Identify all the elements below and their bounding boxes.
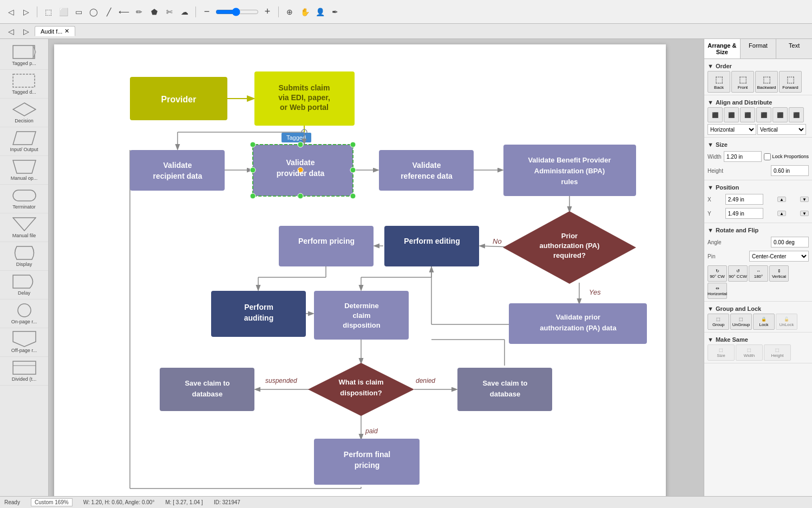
tool-arrow[interactable]: ⟵	[117, 5, 130, 18]
tool-line[interactable]: ╱	[102, 5, 115, 18]
btn-lock[interactable]: 🔒Lock	[753, 314, 775, 330]
section-group-header[interactable]: ▼ Group and Lock	[708, 304, 809, 314]
statusbar: Ready Custom 169% W: 1.20, H: 0.60, Angl…	[0, 496, 812, 508]
btn-ungroup[interactable]: ⬚UnGroup	[730, 314, 752, 330]
tool-shape[interactable]: ⬟	[148, 5, 161, 18]
tab-arrange-size[interactable]: Arrange & Size	[704, 39, 741, 58]
pos-y-down[interactable]: ▼	[800, 211, 809, 216]
right-panel: Arrange & Size Format Text ▼ Order ⬚ Bac…	[704, 39, 812, 496]
nav-tab-audit[interactable]: Audit f... ✕	[35, 26, 75, 36]
size-width-input[interactable]	[724, 151, 762, 162]
status-zoom[interactable]: Custom 169%	[31, 498, 73, 506]
lock-proportions-checkbox[interactable]	[764, 153, 771, 160]
btn-90cw[interactable]: ↻90° CW	[708, 265, 727, 282]
zoom-out[interactable]: −	[200, 5, 213, 18]
shape-tagged-d[interactable]: Tagged d...	[0, 70, 48, 99]
tab-format[interactable]: Format	[741, 39, 777, 58]
btn-align-left[interactable]: ⬛	[708, 107, 723, 122]
shape-on-page[interactable]: On-page r...	[0, 299, 48, 328]
shape-off-page[interactable]: Off-page r...	[0, 328, 48, 357]
position-y-input[interactable]	[725, 208, 763, 219]
user-tool[interactable]: 👤	[313, 5, 326, 18]
btn-back[interactable]: ⬚ Back	[708, 71, 730, 93]
svg-text:Yes: Yes	[589, 288, 601, 296]
panel-tabs: Arrange & Size Format Text	[704, 39, 812, 59]
svg-text:Validate prior: Validate prior	[556, 313, 600, 321]
btn-same-width[interactable]: ⬚Width	[736, 344, 763, 361]
zoom-in[interactable]: +	[261, 5, 274, 18]
btn-align-top[interactable]: ⬛	[756, 107, 771, 122]
shape-manual-file[interactable]: Manual file	[0, 213, 48, 242]
tool-cloud[interactable]: ☁	[178, 5, 191, 18]
section-order-header[interactable]: ▼ Order	[708, 61, 809, 71]
align-horizontal-select[interactable]: Horizontal	[708, 124, 756, 135]
tool-cut[interactable]: ✄	[163, 5, 176, 18]
nav-back[interactable]: ◁	[4, 25, 17, 38]
rotate-pin-select[interactable]: Center-Center	[749, 251, 809, 262]
tool-select[interactable]: ⬚	[42, 5, 55, 18]
shape-label-input-output: Input/ Output	[10, 147, 38, 152]
btn-front[interactable]: ⬚ Front	[731, 71, 754, 93]
section-position-header[interactable]: ▼ Position	[708, 183, 809, 192]
tool-rect[interactable]: ⬜	[57, 5, 70, 18]
btn-180[interactable]: ↔180°	[749, 265, 768, 282]
sep1	[37, 6, 37, 17]
nav-forward[interactable]: ▷	[19, 25, 32, 38]
pos-x-up[interactable]: ▲	[777, 197, 786, 202]
pos-x-down[interactable]: ▼	[800, 197, 809, 202]
btn-same-size[interactable]: ⬚Size	[708, 344, 735, 361]
shape-delay[interactable]: Delay	[0, 271, 48, 299]
btn-align-middle[interactable]: ⬛	[772, 107, 788, 122]
shape-input-output[interactable]: Input/ Output	[0, 127, 48, 156]
svg-text:authorization (PA): authorization (PA)	[540, 242, 600, 250]
shape-divided[interactable]: Divided (t...	[0, 357, 48, 386]
back-btn[interactable]: ◁	[4, 5, 17, 18]
shape-terminator[interactable]: Terminator	[0, 185, 48, 213]
pan-tool[interactable]: ✋	[298, 5, 311, 18]
zoom-slider[interactable]	[215, 8, 259, 16]
btn-align-right[interactable]: ⬛	[740, 107, 755, 122]
btn-align-center[interactable]: ⬛	[724, 107, 739, 122]
align-vertical-select[interactable]: Vertical	[757, 124, 806, 135]
position-x-input[interactable]	[725, 194, 763, 205]
size-height-input[interactable]	[771, 165, 809, 176]
svg-line-24	[480, 246, 524, 248]
btn-flip-vert[interactable]: ⇕Vertical	[769, 265, 789, 282]
btn-backward[interactable]: ⬚ Backward	[755, 71, 778, 93]
shape-tagged-p[interactable]: Tagged p...	[0, 41, 48, 70]
tab-text[interactable]: Text	[776, 39, 812, 58]
tool-rect2[interactable]: ▭	[72, 5, 85, 18]
rotate-angle-input[interactable]	[771, 237, 809, 248]
section-position: ▼ Position X ▲ ▼ Y ▲ ▼	[704, 180, 812, 223]
section-rotate-label: Rotate and Flip	[716, 227, 758, 233]
tool-pencil[interactable]: ✏	[133, 5, 146, 18]
pen-tool[interactable]: ✒	[329, 5, 342, 18]
svg-text:via EDI, paper,: via EDI, paper,	[278, 93, 330, 102]
section-make-same-header[interactable]: ▼ Make Same	[708, 335, 809, 344]
btn-same-height[interactable]: ⬚Height	[764, 344, 791, 361]
nav-tab-close[interactable]: ✕	[64, 28, 69, 35]
forward-btn[interactable]: ▷	[19, 5, 32, 18]
shape-manual-op[interactable]: Manual op...	[0, 156, 48, 185]
canvas-area[interactable]: No Yes	[49, 39, 704, 496]
shape-display[interactable]: Display	[0, 242, 48, 271]
tool-ellipse[interactable]: ◯	[87, 5, 100, 18]
svg-text:Submits claim: Submits claim	[279, 83, 330, 92]
btn-unlock[interactable]: 🔓UnLock	[776, 314, 797, 330]
svg-text:Validate: Validate	[163, 161, 192, 170]
btn-align-bottom[interactable]: ⬛	[789, 107, 804, 122]
btn-forward[interactable]: ⬚ Forward	[779, 71, 802, 93]
svg-point-67	[298, 193, 303, 199]
btn-group[interactable]: ⬚Group	[708, 314, 729, 330]
btn-flip-horiz[interactable]: ⇔Horizontal	[708, 283, 727, 299]
zoom-fit[interactable]: ⊕	[283, 5, 296, 18]
section-size-header[interactable]: ▼ Size	[708, 140, 809, 149]
btn-90ccw[interactable]: ↺90° CCW	[728, 265, 748, 282]
section-align-header[interactable]: ▼ Align and Distribute	[708, 97, 809, 107]
section-rotate-header[interactable]: ▼ Rotate and Flip	[708, 225, 809, 235]
align-buttons: ⬛ ⬛ ⬛ ⬛ ⬛ ⬛	[708, 107, 809, 122]
shape-decision[interactable]: Decision	[0, 99, 48, 127]
section-size: ▼ Size Width Lock Proportions Height	[704, 138, 812, 180]
section-align-label: Align and Distribute	[716, 99, 772, 106]
pos-y-up[interactable]: ▲	[777, 211, 786, 216]
